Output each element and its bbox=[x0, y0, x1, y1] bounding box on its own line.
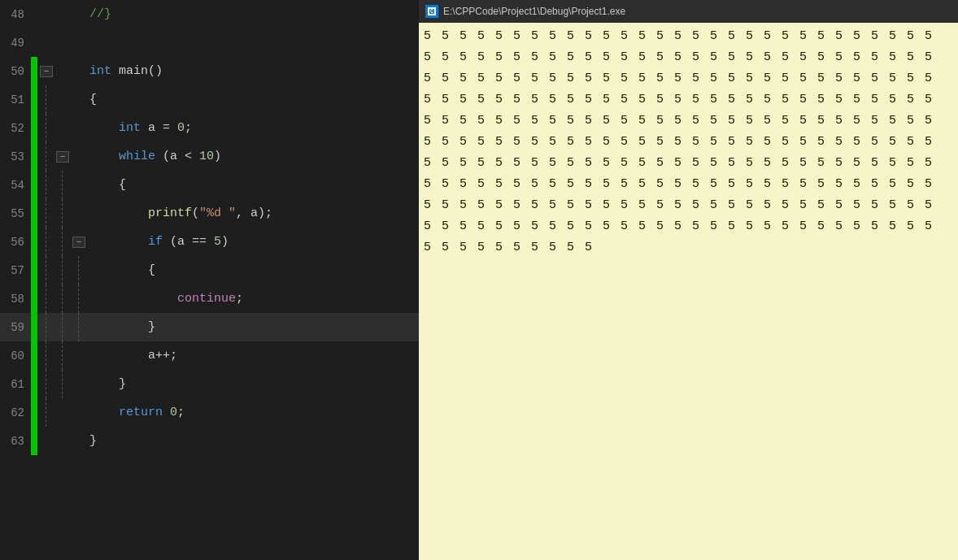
output-number: 5 bbox=[638, 174, 656, 195]
output-number: 5 bbox=[710, 174, 728, 195]
output-number: 5 bbox=[835, 26, 853, 47]
code-row: 48//} bbox=[0, 0, 419, 28]
output-number: 5 bbox=[567, 132, 585, 153]
code-token: main() bbox=[111, 64, 163, 78]
output-number: 5 bbox=[674, 89, 692, 111]
output-number: 5 bbox=[459, 26, 477, 47]
output-number: 5 bbox=[710, 111, 728, 132]
output-number: 5 bbox=[728, 26, 746, 47]
output-number: 5 bbox=[442, 26, 459, 47]
code-token bbox=[89, 292, 177, 306]
output-number: 5 bbox=[871, 216, 889, 237]
line-indent-area bbox=[37, 427, 86, 455]
output-number: 5 bbox=[621, 89, 638, 111]
output-number: 5 bbox=[603, 153, 621, 174]
output-number: 5 bbox=[442, 89, 459, 111]
code-token: a++; bbox=[148, 349, 177, 362]
output-number: 5 bbox=[656, 47, 674, 68]
code-row: 62 return 0; bbox=[0, 398, 419, 427]
output-number: 5 bbox=[585, 216, 603, 237]
line-indent-area bbox=[37, 313, 86, 341]
collapse-button[interactable]: − bbox=[40, 66, 53, 77]
code-token bbox=[192, 150, 199, 163]
output-number: 5 bbox=[477, 47, 495, 68]
code-token: ; bbox=[177, 406, 185, 419]
collapse-button[interactable]: − bbox=[72, 237, 85, 248]
collapse-button[interactable]: − bbox=[56, 151, 69, 163]
output-number: 5 bbox=[728, 153, 746, 174]
output-number: 5 bbox=[799, 111, 817, 132]
output-number: 5 bbox=[656, 111, 674, 132]
output-number: 5 bbox=[477, 153, 495, 174]
output-number: 5 bbox=[459, 237, 477, 258]
output-number: 5 bbox=[549, 47, 567, 68]
output-number: 5 bbox=[585, 174, 603, 195]
output-number: 5 bbox=[531, 132, 549, 153]
output-number: 5 bbox=[495, 216, 513, 237]
output-number: 5 bbox=[621, 26, 638, 47]
output-number: 5 bbox=[549, 237, 567, 258]
output-number: 5 bbox=[513, 195, 531, 216]
line-number: 56 bbox=[0, 228, 31, 256]
output-number: 5 bbox=[621, 153, 638, 174]
code-token: 5 bbox=[214, 235, 221, 249]
output-number: 5 bbox=[764, 174, 782, 195]
output-number: 5 bbox=[853, 89, 871, 111]
line-indent-area: − bbox=[37, 228, 86, 256]
line-indicator bbox=[31, 85, 37, 114]
output-number: 5 bbox=[907, 216, 925, 237]
output-number: 5 bbox=[459, 89, 477, 111]
output-number: 5 bbox=[835, 216, 853, 237]
output-number: 5 bbox=[531, 47, 549, 68]
output-number: 5 bbox=[692, 195, 710, 216]
output-number: 5 bbox=[764, 153, 782, 174]
output-number: 5 bbox=[817, 216, 835, 237]
output-number: 5 bbox=[459, 174, 477, 195]
output-number: 5 bbox=[585, 153, 603, 174]
output-number: 5 bbox=[925, 195, 943, 216]
line-indent-area bbox=[37, 28, 86, 57]
code-token: { bbox=[119, 178, 126, 192]
code-token: } bbox=[89, 434, 97, 448]
output-number: 5 bbox=[531, 111, 549, 132]
output-number: 5 bbox=[638, 153, 656, 174]
line-number: 52 bbox=[0, 114, 31, 142]
output-number: 5 bbox=[925, 47, 943, 68]
output-number: 5 bbox=[889, 111, 907, 132]
output-number: 5 bbox=[692, 111, 710, 132]
output-number: 5 bbox=[674, 174, 692, 195]
output-number: 5 bbox=[710, 216, 728, 237]
code-token: (a bbox=[155, 150, 185, 163]
output-number: 5 bbox=[871, 89, 889, 111]
output-number: 5 bbox=[459, 47, 477, 68]
output-number: 5 bbox=[531, 153, 549, 174]
output-number: 5 bbox=[799, 89, 817, 111]
code-token: ; bbox=[236, 292, 243, 306]
line-indicator bbox=[31, 228, 37, 256]
output-number: 5 bbox=[746, 47, 764, 68]
output-number: 5 bbox=[495, 174, 513, 195]
output-number: 5 bbox=[495, 132, 513, 153]
output-number: 5 bbox=[746, 68, 764, 89]
output-number: 5 bbox=[799, 68, 817, 89]
output-number: 5 bbox=[692, 132, 710, 153]
output-number: 5 bbox=[424, 47, 442, 68]
output-number: 5 bbox=[477, 89, 495, 111]
code-content: if (a == 5) bbox=[86, 235, 419, 249]
line-number: 61 bbox=[0, 370, 31, 398]
output-number: 5 bbox=[531, 237, 549, 258]
output-number: 5 bbox=[889, 195, 907, 216]
output-number: 5 bbox=[925, 216, 943, 237]
output-number: 5 bbox=[817, 153, 835, 174]
line-number: 59 bbox=[0, 313, 31, 341]
code-content: //} bbox=[86, 7, 419, 21]
code-token bbox=[89, 150, 119, 163]
output-number: 5 bbox=[442, 111, 459, 132]
output-number: 5 bbox=[674, 111, 692, 132]
output-number: 5 bbox=[459, 111, 477, 132]
code-row: 50−int main() bbox=[0, 57, 419, 85]
code-content: return 0; bbox=[86, 406, 419, 419]
output-number: 5 bbox=[746, 111, 764, 132]
code-row: 52 int a = 0; bbox=[0, 114, 419, 142]
code-token: a bbox=[141, 121, 163, 135]
